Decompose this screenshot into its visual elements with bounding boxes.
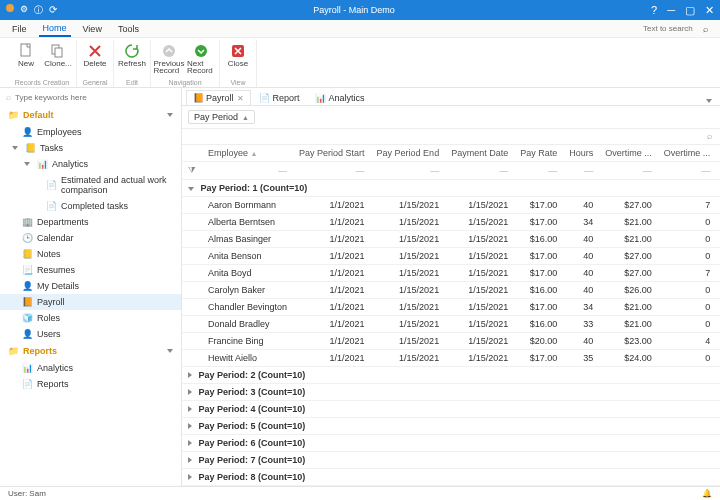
help-icon[interactable]: ? xyxy=(651,4,657,17)
table-row[interactable]: Donald Bradley1/1/20211/15/20211/15/2021… xyxy=(182,316,720,333)
sidebar-search-input[interactable] xyxy=(15,93,175,102)
sidebar-item-analytics[interactable]: 📊Analytics xyxy=(0,360,181,376)
table-row[interactable]: Aaron Bornmann1/1/20211/15/20211/15/2021… xyxy=(182,197,720,214)
filter-cell[interactable]: — xyxy=(445,162,514,180)
column-header[interactable]: Pay Rate xyxy=(514,145,563,162)
filter-cell[interactable]: — xyxy=(563,162,599,180)
cell: 1/15/2021 xyxy=(445,214,514,231)
group-row[interactable]: Pay Period: 1 (Count=10) xyxy=(182,180,720,197)
table-row[interactable]: Almas Basinger1/1/20211/15/20211/15/2021… xyxy=(182,231,720,248)
new-button[interactable]: New xyxy=(12,40,40,79)
group-by-field[interactable]: Pay Period xyxy=(194,112,238,122)
column-header[interactable]: Hours xyxy=(563,145,599,162)
column-header[interactable]: Payment Date xyxy=(445,145,514,162)
minimize-button[interactable]: ─ xyxy=(667,4,675,17)
close-button[interactable]: Close xyxy=(224,40,252,79)
sidebar-group-reports[interactable]: 📁Reports xyxy=(0,342,181,360)
sidebar-group-default[interactable]: 📁Default xyxy=(0,106,181,124)
person-icon: 👤 xyxy=(22,329,32,339)
table-row[interactable]: Hewitt Aiello1/1/20211/15/20211/15/2021$… xyxy=(182,350,720,367)
column-header[interactable]: Employee ▲ xyxy=(202,145,293,162)
table-row[interactable]: Anita Benson1/1/20211/15/20211/15/2021$1… xyxy=(182,248,720,265)
chart-icon: 📊 xyxy=(316,93,326,103)
sheet-icon: 📙 xyxy=(193,93,203,103)
settings-icon[interactable]: ⚙ xyxy=(20,4,28,17)
menu-tools[interactable]: Tools xyxy=(114,22,143,36)
sidebar-item-analytics[interactable]: 📊Analytics xyxy=(0,156,181,172)
notifications-icon[interactable]: 🔔 xyxy=(702,489,712,498)
sidebar-item-estimated-and-actual-work-comparison[interactable]: 📄Estimated and actual work comparison xyxy=(0,172,181,198)
menu-view[interactable]: View xyxy=(79,22,106,36)
filter-cell[interactable]: — xyxy=(202,162,293,180)
filter-cell[interactable]: — xyxy=(371,162,446,180)
group-row[interactable]: Pay Period: 4 (Count=10) xyxy=(182,401,720,418)
column-header[interactable]: Pay Period Start xyxy=(293,145,371,162)
cell: $17.00 xyxy=(514,197,563,214)
group-row[interactable]: Pay Period: 5 (Count=10) xyxy=(182,418,720,435)
sidebar-item-payroll[interactable]: 📙Payroll xyxy=(0,294,181,310)
filter-cell[interactable]: — xyxy=(293,162,371,180)
group-row[interactable]: Pay Period: 2 (Count=10) xyxy=(182,367,720,384)
column-header[interactable]: Pay Period End xyxy=(371,145,446,162)
filter-cell[interactable]: — xyxy=(514,162,563,180)
chevron-right-icon xyxy=(188,423,192,429)
cell: 1/15/2021 xyxy=(445,333,514,350)
sidebar-item-completed-tasks[interactable]: 📄Completed tasks xyxy=(0,198,181,214)
table-row[interactable]: Chandler Bevington1/1/20211/15/20211/15/… xyxy=(182,299,720,316)
sidebar-item-my-details[interactable]: 👤My Details xyxy=(0,278,181,294)
search-icon[interactable]: ⌕ xyxy=(699,22,712,36)
column-header[interactable]: Overtime ... xyxy=(658,145,717,162)
cell: $27.00 xyxy=(599,248,658,265)
filter-icon[interactable]: ⧩ xyxy=(182,162,202,180)
group-row[interactable]: Pay Period: 8 (Count=10) xyxy=(182,469,720,486)
delete-button[interactable]: Delete xyxy=(81,40,109,79)
filter-cell[interactable]: — xyxy=(599,162,658,180)
sidebar-item-employees[interactable]: 👤Employees xyxy=(0,124,181,140)
global-search-input[interactable] xyxy=(641,23,695,34)
sidebar-item-tasks[interactable]: 📒Tasks xyxy=(0,140,181,156)
ribbon-group-label: General xyxy=(81,79,109,87)
sidebar-item-notes[interactable]: 📒Notes xyxy=(0,246,181,262)
sort-icon[interactable]: ▲ xyxy=(242,114,249,121)
close-icon[interactable]: ✕ xyxy=(237,94,244,103)
filter-cell[interactable]: — xyxy=(716,162,720,180)
tabs-expand-button[interactable] xyxy=(698,95,720,105)
sheet-icon: 📙 xyxy=(22,297,32,307)
cell: 1/15/2021 xyxy=(445,350,514,367)
tab-payroll[interactable]: 📙Payroll✕ xyxy=(186,90,251,105)
maximize-button[interactable]: ▢ xyxy=(685,4,695,17)
sidebar-item-departments[interactable]: 🏢Departments xyxy=(0,214,181,230)
table-row[interactable]: Alberta Berntsen1/1/20211/15/20211/15/20… xyxy=(182,214,720,231)
refresh-title-icon[interactable]: ⟳ xyxy=(49,4,57,17)
svg-point-4 xyxy=(195,45,207,57)
info-icon[interactable]: ⓘ xyxy=(34,4,43,17)
group-row[interactable]: Pay Period: 9 (Count=10) xyxy=(182,486,720,487)
menu-file[interactable]: File xyxy=(8,22,31,36)
group-row[interactable]: Pay Period: 6 (Count=10) xyxy=(182,435,720,452)
column-header[interactable]: Overtime ... xyxy=(599,145,658,162)
grid-search-icon[interactable]: ⌕ xyxy=(707,131,712,142)
table-row[interactable]: Carolyn Baker1/1/20211/15/20211/15/2021$… xyxy=(182,282,720,299)
cell: 30.00% xyxy=(716,231,720,248)
previous-record-button[interactable]: Previous Record xyxy=(155,40,183,79)
tab-report[interactable]: 📄Report xyxy=(253,90,307,105)
group-panel[interactable]: Pay Period ▲ xyxy=(182,106,720,129)
cell: 30.00% xyxy=(716,214,720,231)
sidebar-item-reports[interactable]: 📄Reports xyxy=(0,376,181,392)
table-row[interactable]: Francine Bing1/1/20211/15/20211/15/2021$… xyxy=(182,333,720,350)
filter-cell[interactable]: — xyxy=(658,162,717,180)
sidebar-item-users[interactable]: 👤Users xyxy=(0,326,181,342)
next-record-button[interactable]: Next Record xyxy=(187,40,215,79)
group-row[interactable]: Pay Period: 3 (Count=10) xyxy=(182,384,720,401)
table-row[interactable]: Anita Boyd1/1/20211/15/20211/15/2021$17.… xyxy=(182,265,720,282)
sidebar-item-resumes[interactable]: 📃Resumes xyxy=(0,262,181,278)
tab-analytics[interactable]: 📊Analytics xyxy=(309,90,372,105)
clone--button[interactable]: Clone... xyxy=(44,40,72,79)
refresh-button[interactable]: Refresh xyxy=(118,40,146,79)
sidebar-item-calendar[interactable]: 🕒Calendar xyxy=(0,230,181,246)
close-window-button[interactable]: ✕ xyxy=(705,4,714,17)
group-row[interactable]: Pay Period: 7 (Count=10) xyxy=(182,452,720,469)
column-header[interactable]: Tax Rate xyxy=(716,145,720,162)
sidebar-item-roles[interactable]: 🧊Roles xyxy=(0,310,181,326)
menu-home[interactable]: Home xyxy=(39,21,71,37)
